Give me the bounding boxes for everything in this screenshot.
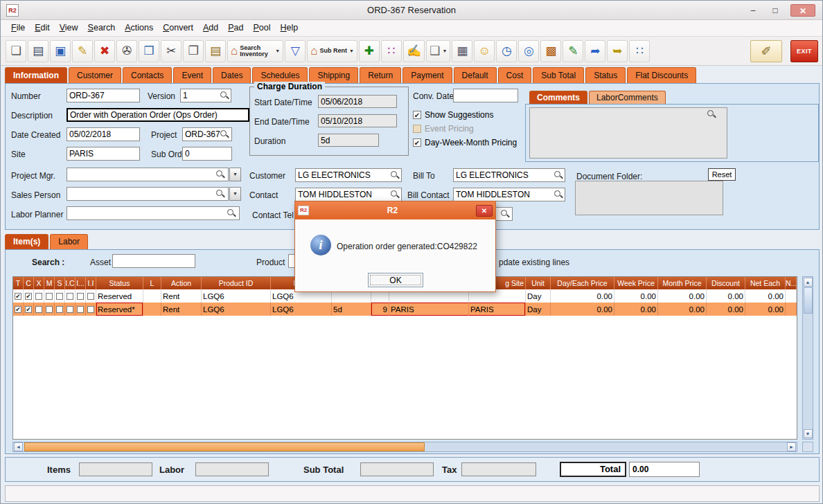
highlight-pen-button[interactable]: ✐ bbox=[750, 40, 782, 62]
column-header[interactable]: M bbox=[44, 277, 55, 289]
column-header[interactable]: I... bbox=[76, 277, 86, 289]
asset-search-input[interactable] bbox=[112, 254, 195, 268]
dialog-title-bar[interactable]: R2 R2 ✕ bbox=[295, 201, 495, 219]
search-icon[interactable] bbox=[390, 170, 400, 180]
edit-button[interactable]: ✎ bbox=[72, 40, 93, 62]
notes-button[interactable]: ✍ bbox=[403, 40, 425, 62]
n-cell[interactable] bbox=[786, 303, 797, 316]
media-button[interactable]: ◎ bbox=[518, 40, 539, 62]
row-checkbox[interactable]: ✔ bbox=[24, 303, 34, 316]
tab-dates[interactable]: Dates bbox=[213, 67, 251, 83]
customer-input[interactable] bbox=[295, 168, 402, 182]
date-created-input[interactable] bbox=[67, 127, 140, 141]
delete-button[interactable]: ✖ bbox=[94, 40, 115, 62]
description-cell[interactable]: LGQ6 bbox=[271, 303, 332, 316]
print-button[interactable]: ▤ bbox=[28, 40, 48, 62]
week-price-cell[interactable]: 0.00 bbox=[614, 289, 658, 303]
title-bar[interactable]: R2 ORD-367 Reservation – □ ✕ bbox=[1, 1, 822, 20]
menu-convert[interactable]: Convert bbox=[158, 20, 198, 35]
duplicate-button[interactable]: ❑ ▼ bbox=[426, 40, 450, 62]
row-checkbox[interactable]: ✔ bbox=[13, 303, 24, 316]
sub-orders-input[interactable] bbox=[182, 147, 232, 161]
row-checkbox[interactable]: ✔ bbox=[13, 289, 24, 303]
pool-box-button[interactable]: ∷ bbox=[629, 40, 650, 62]
tab-return[interactable]: Return bbox=[360, 67, 401, 83]
tab-comments[interactable]: Comments bbox=[529, 91, 587, 104]
close-button[interactable]: ✕ bbox=[790, 4, 815, 17]
row-checkbox[interactable] bbox=[76, 289, 86, 303]
month-price-cell[interactable]: 0.00 bbox=[658, 303, 707, 316]
search-icon[interactable] bbox=[220, 129, 229, 139]
n-cell[interactable] bbox=[786, 289, 797, 303]
column-header[interactable]: Week Price bbox=[614, 277, 658, 289]
cut-button[interactable]: ✂ bbox=[161, 40, 182, 62]
status-cell[interactable]: Reserved bbox=[96, 289, 143, 303]
column-header[interactable]: L bbox=[143, 277, 161, 289]
tab-schedules[interactable]: Schedules bbox=[252, 67, 308, 83]
tab-contacts[interactable]: Contacts bbox=[123, 67, 172, 83]
billing-site-cell[interactable]: PARIS bbox=[469, 303, 526, 316]
scroll-up-icon[interactable]: ▲ bbox=[804, 278, 813, 287]
edit-pad-button[interactable]: ✎ bbox=[563, 40, 583, 62]
tab-flat-discounts[interactable]: Flat Discounts bbox=[627, 67, 696, 83]
menu-help[interactable]: Help bbox=[276, 20, 303, 35]
tab-labor-comments[interactable]: LaborComments bbox=[589, 91, 666, 104]
search-icon[interactable] bbox=[554, 170, 563, 180]
reset-button[interactable]: Reset bbox=[708, 168, 736, 181]
ok-button[interactable]: OK bbox=[368, 273, 423, 287]
menu-add[interactable]: Add bbox=[198, 20, 223, 35]
copy-button[interactable]: ❐ bbox=[183, 40, 204, 62]
discount-cell[interactable]: 0.00 bbox=[707, 303, 745, 316]
pool-button[interactable]: ∷ bbox=[381, 40, 402, 62]
column-header[interactable]: Unit bbox=[526, 277, 551, 289]
column-header[interactable]: Product ID bbox=[202, 277, 271, 289]
action-cell[interactable]: Rent bbox=[161, 303, 202, 316]
show-suggestions-checkbox[interactable]: ✔ Show Suggestions bbox=[413, 110, 493, 120]
row-checkbox[interactable] bbox=[65, 303, 76, 316]
filter-button[interactable]: ▽ bbox=[285, 40, 306, 62]
project-mgr-dropdown[interactable]: ▼ bbox=[229, 168, 241, 181]
tab-payment[interactable]: Payment bbox=[402, 67, 452, 83]
action-cell[interactable]: Rent bbox=[161, 289, 202, 303]
sales-person-dropdown[interactable]: ▼ bbox=[229, 187, 241, 201]
search-icon[interactable] bbox=[554, 190, 563, 199]
dialog-close-button[interactable]: ✕ bbox=[476, 205, 493, 217]
column-header[interactable]: C bbox=[24, 277, 34, 289]
column-header[interactable]: T bbox=[13, 277, 24, 289]
transfer-button[interactable]: ➦ bbox=[585, 40, 605, 62]
tab-customer[interactable]: Customer bbox=[69, 67, 121, 83]
contact-input[interactable] bbox=[295, 188, 402, 201]
scroll-right-icon[interactable]: ► bbox=[787, 442, 796, 451]
conv-date-input[interactable] bbox=[453, 89, 518, 102]
site-button[interactable]: ▦ bbox=[452, 40, 472, 62]
column-header[interactable]: Net Each bbox=[745, 277, 786, 289]
menu-pad[interactable]: Pad bbox=[223, 20, 248, 35]
menu-actions[interactable]: Actions bbox=[120, 20, 158, 35]
menu-edit[interactable]: Edit bbox=[30, 20, 55, 35]
tab-cost[interactable]: Cost bbox=[498, 67, 532, 83]
l-cell[interactable] bbox=[143, 303, 161, 316]
tab-labor[interactable]: Labor bbox=[50, 234, 88, 249]
menu-view[interactable]: View bbox=[55, 20, 83, 35]
site-input[interactable] bbox=[67, 147, 140, 161]
minimize-button[interactable]: – bbox=[743, 4, 763, 17]
site-cell[interactable]: PARIS bbox=[389, 303, 469, 316]
row-checkbox[interactable]: ✔ bbox=[24, 289, 34, 303]
status-cell[interactable]: Reserved* bbox=[96, 303, 143, 316]
tab-items[interactable]: Item(s) bbox=[5, 234, 48, 249]
l-cell[interactable] bbox=[143, 289, 161, 303]
column-header[interactable]: Discount bbox=[707, 277, 745, 289]
tab-event[interactable]: Event bbox=[173, 67, 211, 83]
tab-default[interactable]: Default bbox=[454, 67, 497, 83]
description-input[interactable] bbox=[67, 108, 249, 122]
duration-cell[interactable]: 5d bbox=[332, 303, 371, 316]
project-mgr-input[interactable] bbox=[67, 168, 229, 181]
qty-cell[interactable]: 9 bbox=[371, 303, 389, 316]
table-row-selected[interactable]: ✔ ✔ Reserved* Rent LGQ6 LGQ6 5d 9 PARIS … bbox=[13, 303, 797, 316]
product-id-cell[interactable]: LGQ6 bbox=[202, 303, 271, 316]
cube-report-button[interactable]: ▩ bbox=[540, 40, 561, 62]
scroll-left-icon[interactable]: ◄ bbox=[14, 442, 23, 451]
month-price-cell[interactable]: 0.00 bbox=[658, 289, 707, 303]
column-header[interactable]: Status bbox=[96, 277, 143, 289]
tab-information[interactable]: Information bbox=[5, 67, 67, 83]
